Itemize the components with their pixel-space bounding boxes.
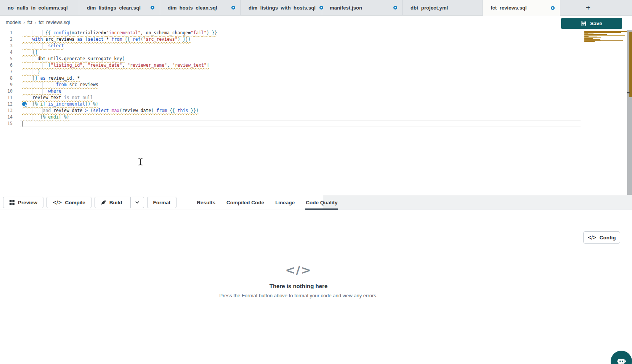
- editor-header: models›fct›fct_reviews.sql Save: [0, 16, 632, 30]
- code-line: 8 }} as review_id, *: [0, 75, 632, 82]
- file-tab[interactable]: dim_listings_clean.sql: [79, 0, 160, 15]
- line-number: 3: [0, 43, 20, 49]
- tab-results[interactable]: Results: [196, 195, 216, 210]
- code-token: ): [188, 37, 191, 42]
- code-token: from: [111, 37, 122, 42]
- preview-button-label: Preview: [18, 200, 37, 205]
- result-panel-tabs: ResultsCompiled CodeLineageCode Quality: [196, 195, 348, 210]
- tab-lineage[interactable]: Lineage: [275, 195, 295, 210]
- line-number: 8: [0, 75, 20, 82]
- file-tab[interactable]: manifest.json: [322, 0, 403, 15]
- code-token: this: [178, 108, 188, 113]
- code-line-content: {{ config(materialized="incremental", on…: [22, 30, 217, 36]
- code-token: where: [48, 88, 61, 94]
- line-number: 14: [0, 114, 20, 120]
- code-line-content: dbt_utils.generate_surrogate_key(: [22, 56, 125, 62]
- line-number: 5: [0, 56, 20, 62]
- floppy-disk-icon: [581, 21, 587, 26]
- code-token: and: [43, 108, 51, 113]
- file-tab[interactable]: dim_listings_with_hosts.sql: [241, 0, 322, 15]
- code-token: src_reviews: [67, 82, 98, 87]
- indent-whitespace: [22, 82, 56, 87]
- code-line: 3 select: [0, 43, 632, 49]
- code-brackets-icon: </>: [587, 235, 596, 240]
- indent-whitespace: [22, 56, 38, 61]
- code-token: src_reviews: [43, 37, 77, 42]
- compile-button[interactable]: </>Compile: [47, 197, 91, 208]
- build-button-main[interactable]: Build: [95, 197, 127, 208]
- breadcrumb: models›fct›fct_reviews.sql: [6, 19, 70, 25]
- code-line: 6 ["listing_id", "review_date", "reviewe…: [0, 62, 632, 69]
- code-token: max: [111, 108, 119, 113]
- code-token: review_text: [32, 95, 64, 100]
- code-brackets-icon: </>: [0, 263, 597, 277]
- preview-button[interactable]: Preview: [3, 197, 43, 208]
- line-number: 6: [0, 62, 20, 69]
- breadcrumb-segment[interactable]: models: [6, 20, 21, 25]
- compile-button-label: Compile: [65, 200, 85, 205]
- scrollbar-thumb-edge: [627, 92, 630, 93]
- code-lines: 1 {{ config(materialized="incremental", …: [0, 30, 632, 127]
- save-button-label: Save: [590, 21, 602, 26]
- indent-whitespace: [22, 108, 43, 113]
- editor-scrollbar[interactable]: [627, 30, 632, 195]
- file-tab-label: no_nulls_in_columns.sql: [8, 5, 68, 11]
- code-line-content: with src_reviews as (select * from {{ re…: [22, 36, 191, 43]
- code-token: select: [88, 37, 104, 42]
- code-token: {%: [40, 114, 48, 120]
- unsaved-changes-indicator: [551, 6, 555, 10]
- file-tab-label: dbt_project.yml: [411, 5, 448, 11]
- dbt-cloud-ide: no_nulls_in_columns.sqldim_listings_clea…: [0, 0, 632, 364]
- code-token: "review_date": [88, 63, 122, 68]
- code-token: }}: [188, 108, 196, 113]
- line-number: 9: [0, 82, 20, 88]
- code-token: ref: [133, 37, 141, 42]
- code-token: review_id, *: [45, 75, 80, 81]
- tab-compiled-code[interactable]: Compiled Code: [226, 195, 265, 210]
- indent-whitespace: [22, 95, 32, 100]
- code-editor[interactable]: 1 {{ config(materialized="incremental", …: [0, 30, 632, 195]
- indent-whitespace: [22, 50, 32, 55]
- indent-whitespace: [22, 88, 48, 94]
- file-tab[interactable]: fct_reviews.sql: [483, 0, 560, 16]
- code-token: review_date: [51, 108, 85, 113]
- code-token: , on_schema_change=: [141, 30, 191, 35]
- code-token: "review_text": [172, 63, 207, 68]
- code-token: is not null: [64, 95, 93, 100]
- code-token: as: [40, 75, 45, 81]
- text-caret: [22, 121, 22, 127]
- code-token: (: [90, 108, 93, 113]
- config-button[interactable]: </> Config: [583, 231, 620, 244]
- line-number: 2: [0, 36, 20, 43]
- code-token: "reviewer_name": [127, 63, 167, 68]
- file-tab[interactable]: dbt_project.yml: [403, 0, 483, 15]
- rocket-icon: [101, 200, 106, 205]
- quick-fix-icon[interactable]: [22, 102, 27, 106]
- code-line: 9 from src_reviews: [0, 82, 632, 88]
- code-token: config: [53, 30, 69, 35]
- code-token: {{: [122, 37, 133, 42]
- save-button[interactable]: Save: [561, 18, 622, 29]
- code-line-content: }} as review_id, *: [22, 75, 80, 82]
- code-token: select: [93, 108, 109, 113]
- code-token: "src_reviews": [143, 37, 178, 42]
- line-number: 10: [0, 88, 20, 95]
- build-button-dropdown[interactable]: [130, 197, 144, 208]
- code-token: dbt_utils.generate_surrogate_key: [38, 56, 122, 61]
- file-tab[interactable]: no_nulls_in_columns.sql: [0, 0, 79, 15]
- minimap[interactable]: [584, 31, 627, 43]
- breadcrumb-segment: fct_reviews.sql: [38, 20, 70, 25]
- empty-state: </> There is nothing here Press the Form…: [0, 263, 597, 298]
- code-token: from: [156, 108, 167, 113]
- breadcrumb-segment[interactable]: fct: [27, 20, 32, 25]
- file-tab[interactable]: dim_hosts_clean.sql: [160, 0, 241, 15]
- mouse-cursor: [138, 158, 143, 167]
- code-token: ,: [82, 63, 88, 68]
- code-token: with: [32, 37, 43, 42]
- code-token: ]: [207, 63, 209, 68]
- new-tab-button[interactable]: +: [583, 3, 593, 13]
- line-number: 15: [0, 120, 20, 127]
- format-button[interactable]: Format: [147, 197, 177, 208]
- format-button-label: Format: [153, 200, 171, 205]
- tab-code-quality[interactable]: Code Quality: [305, 195, 338, 210]
